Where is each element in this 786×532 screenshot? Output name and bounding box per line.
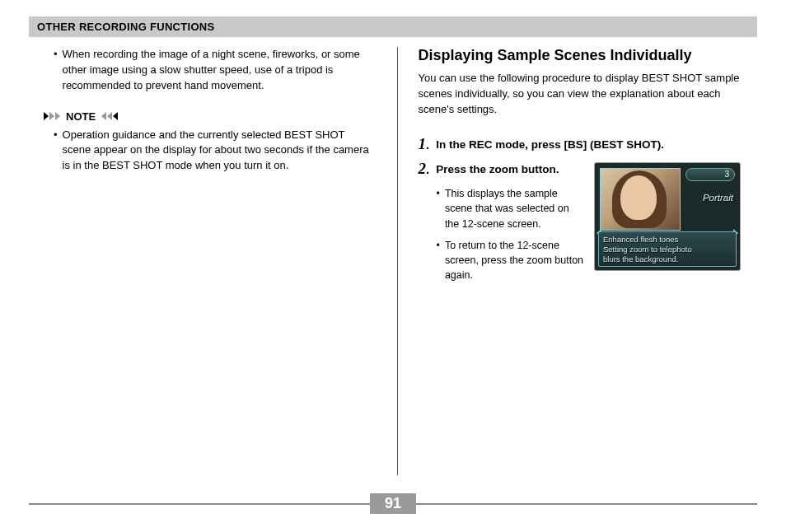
footer-rule — [29, 503, 370, 505]
sub-text: This displays the sample scene that was … — [445, 186, 584, 231]
right-column: Displaying Sample Scenes Individually Yo… — [402, 47, 758, 475]
bullet-dot: • — [54, 47, 58, 94]
step-2-text: Press the zoom button. — [436, 161, 559, 178]
step-1-text: In the REC mode, press [BS] (BEST SHOT). — [436, 136, 664, 153]
footer-rule — [416, 503, 757, 505]
tip-bullet: • When recording the image of a night sc… — [54, 47, 377, 94]
lcd-desc-line: blurs the background. — [603, 254, 732, 264]
bullet-dot: • — [54, 128, 58, 175]
note-marker-right-icon — [101, 112, 118, 120]
page-footer: 91 — [29, 493, 757, 514]
bullet-dot: • — [437, 238, 440, 282]
lcd-desc-line: Enhanced flesh tones — [603, 235, 732, 245]
page-number: 91 — [370, 493, 416, 514]
note-marker-left-icon — [44, 112, 61, 120]
lcd-desc-line: Setting zoom to telephoto — [603, 245, 732, 254]
left-column: • When recording the image of a night sc… — [29, 47, 393, 475]
lcd-scene-number-badge: 3 — [685, 168, 735, 181]
note-label: NOTE — [66, 110, 96, 123]
step-2-sub-2: • To return to the 12-scene screen, pres… — [437, 238, 585, 282]
intro-text: You can use the following procedure to d… — [419, 71, 742, 118]
sub-text: To return to the 12-scene screen, press … — [445, 238, 584, 282]
step-2-sub-1: • This displays the sample scene that wa… — [437, 186, 585, 231]
subsection-title: Displaying Sample Scenes Individually — [419, 47, 742, 64]
tip-text: When recording the image of a night scen… — [63, 47, 377, 94]
step-number: 1. — [419, 136, 430, 153]
step-2: 2. Press the zoom button. — [419, 161, 585, 178]
note-heading: NOTE — [44, 110, 377, 123]
lcd-scene-label: Portrait — [703, 193, 733, 203]
column-divider — [397, 47, 398, 475]
bullet-dot: • — [437, 186, 440, 231]
lcd-screenshot: 3 Portrait Enhanced flesh tones Setting … — [594, 162, 741, 271]
lcd-description-box: Enhanced flesh tones Setting zoom to tel… — [598, 231, 737, 268]
step-number: 2. — [419, 161, 430, 178]
step-1: 1. In the REC mode, press [BS] (BEST SHO… — [419, 136, 742, 153]
note-text: Operation guidance and the currently sel… — [63, 128, 377, 175]
lcd-sample-photo — [600, 168, 681, 231]
section-header: OTHER RECORDING FUNCTIONS — [29, 16, 757, 37]
note-bullet: • Operation guidance and the currently s… — [54, 128, 377, 175]
